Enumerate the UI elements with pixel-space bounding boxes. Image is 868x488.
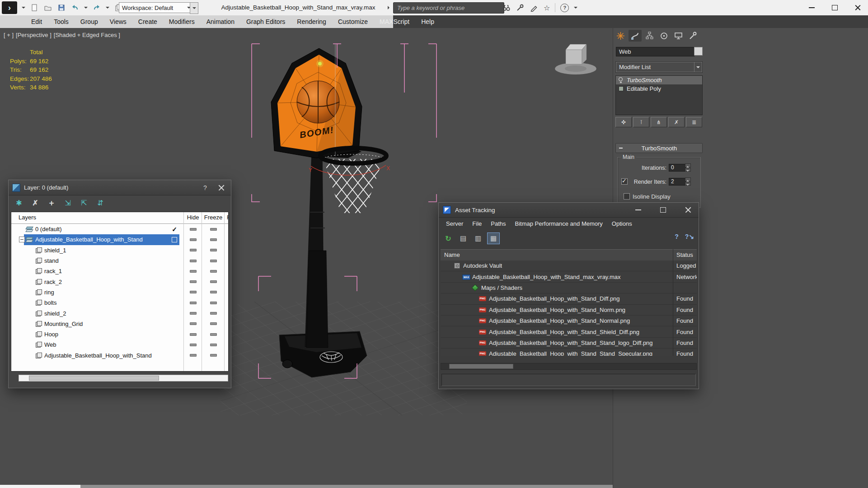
object-name-field[interactable]: Web xyxy=(616,47,694,56)
layer-row[interactable]: Hoop xyxy=(11,329,228,339)
asset-row[interactable]: Adjustable_Basketball_Hoop_with_Stand_Di… xyxy=(441,293,697,304)
layer-tool-icon[interactable] xyxy=(79,198,89,208)
asset-menu-item[interactable]: File xyxy=(468,220,486,227)
hide-toggle[interactable] xyxy=(184,322,202,325)
dialog-help-button[interactable]: ? xyxy=(200,184,210,191)
maximize-icon[interactable] xyxy=(660,207,666,213)
turbosmooth-rollout-header[interactable]: TurboSmooth xyxy=(615,143,703,153)
menu-item[interactable]: Customize xyxy=(332,15,374,28)
freeze-toggle[interactable] xyxy=(202,333,225,336)
list-view-icon[interactable]: ▤ xyxy=(457,233,469,244)
display-tab-icon[interactable] xyxy=(672,30,685,42)
hide-toggle[interactable] xyxy=(184,228,202,231)
workspace-menu-button[interactable] xyxy=(190,2,198,14)
detail-view-icon[interactable]: ▥ xyxy=(472,233,484,244)
freeze-toggle[interactable] xyxy=(202,344,225,346)
viewport-menu-general[interactable]: [ + ] xyxy=(4,32,14,38)
hide-toggle[interactable] xyxy=(184,333,202,336)
menu-item[interactable]: MAXScript xyxy=(374,15,415,28)
menu-item[interactable]: Modifiers xyxy=(163,15,201,28)
modifier-list-dropdown[interactable]: Modifier List xyxy=(616,62,702,72)
make-unique-icon[interactable]: ⋔ xyxy=(651,117,667,127)
menu-item[interactable]: Group xyxy=(75,15,104,28)
isoline-display-checkbox[interactable] xyxy=(624,193,630,200)
freeze-toggle[interactable] xyxy=(202,270,225,273)
redo-icon[interactable] xyxy=(92,3,101,12)
show-end-result-icon[interactable]: ⊺ xyxy=(633,117,649,127)
redo-caret-icon[interactable] xyxy=(106,7,109,10)
hide-toggle[interactable] xyxy=(184,238,202,241)
grid-view-icon[interactable]: ▦ xyxy=(487,232,500,244)
help-icon[interactable] xyxy=(560,4,569,12)
app-menu-caret-icon[interactable] xyxy=(22,7,25,10)
find-binoculars-icon[interactable] xyxy=(502,3,511,12)
menu-item[interactable]: Tools xyxy=(48,15,75,28)
asset-row[interactable]: Adjustable_Basketball_Hoop_with_Stand_No… xyxy=(441,305,697,316)
viewport-menu-shading[interactable]: [Shaded + Edged Faces ] xyxy=(54,32,120,38)
undo-icon[interactable] xyxy=(70,3,80,12)
dialog-close-icon[interactable] xyxy=(218,185,225,191)
hide-toggle[interactable] xyxy=(184,291,202,293)
modifier-state-icon[interactable] xyxy=(618,77,624,83)
layer-row[interactable]: ring xyxy=(11,287,228,297)
layer-tool-icon[interactable] xyxy=(14,198,24,208)
menu-item[interactable]: Animation xyxy=(201,15,240,28)
layers-column-header[interactable]: Layers xyxy=(19,214,36,221)
context-help-icon[interactable]: ?↘ xyxy=(685,233,694,240)
asset-menu-item[interactable]: Server xyxy=(441,220,468,227)
layer-row[interactable]: bolts xyxy=(11,297,228,308)
layer-dialog-titlebar[interactable]: Layer: 0 (default) ? xyxy=(9,180,231,195)
viewport-widget-cube[interactable] xyxy=(555,44,596,74)
render-iters-value-field[interactable]: 2 xyxy=(669,178,686,186)
freeze-toggle[interactable] xyxy=(202,228,225,231)
create-tab-icon[interactable] xyxy=(614,30,627,42)
name-column-header[interactable]: Name xyxy=(444,251,460,258)
freeze-toggle[interactable] xyxy=(202,291,225,293)
help-caret-icon[interactable] xyxy=(574,7,577,10)
menu-item[interactable]: Graph Editors xyxy=(240,15,291,28)
layer-tool-icon[interactable] xyxy=(30,198,40,208)
menu-item[interactable]: Views xyxy=(104,15,132,28)
remove-modifier-icon[interactable]: ✗ xyxy=(668,117,685,127)
new-scene-icon[interactable] xyxy=(30,3,39,12)
pin-stack-icon[interactable]: ✜ xyxy=(615,117,632,127)
hide-toggle[interactable] xyxy=(184,260,202,262)
asset-row[interactable]: Maps / Shaders xyxy=(441,283,697,293)
viewport-menu-pov[interactable]: [Perspective ] xyxy=(16,32,52,38)
status-column-header[interactable]: Status xyxy=(676,251,693,258)
hide-toggle[interactable] xyxy=(184,280,202,283)
help-icon[interactable]: ? xyxy=(675,233,679,240)
layer-row[interactable]: 0 (default) xyxy=(11,224,228,234)
asset-row[interactable]: Adjustable_Basketball_Hoop_with_Stand_ma… xyxy=(441,271,697,282)
menu-item[interactable]: Create xyxy=(132,15,163,28)
maximize-icon[interactable] xyxy=(832,5,838,10)
menu-item[interactable]: Edit xyxy=(25,15,48,28)
hierarchy-tab-icon[interactable] xyxy=(643,30,656,42)
layer-row[interactable]: Adjustable_Basketball_Hoop_with_Stand xyxy=(11,350,228,361)
close-icon[interactable] xyxy=(855,5,861,11)
max-logo-icon[interactable]: › xyxy=(2,1,17,14)
current-layer-mark[interactable] xyxy=(170,226,178,233)
layer-tool-icon[interactable] xyxy=(47,198,56,208)
motion-tab-icon[interactable] xyxy=(657,30,671,42)
layer-tool-icon[interactable] xyxy=(95,198,105,208)
freeze-toggle[interactable] xyxy=(202,260,225,262)
hide-column-header[interactable]: Hide xyxy=(184,214,202,221)
save-file-icon[interactable] xyxy=(57,3,66,12)
minimize-icon[interactable] xyxy=(635,209,641,210)
freeze-toggle[interactable] xyxy=(202,249,225,251)
pen-icon[interactable] xyxy=(530,3,539,12)
iterations-value-field[interactable]: 0 xyxy=(669,164,686,172)
minimize-icon[interactable] xyxy=(809,7,815,8)
modifier-state-icon[interactable] xyxy=(618,86,624,92)
expand-toggle-icon[interactable] xyxy=(19,237,25,242)
asset-menu-item[interactable]: Options xyxy=(607,220,637,227)
hide-toggle[interactable] xyxy=(184,270,202,273)
hide-toggle[interactable] xyxy=(184,344,202,346)
scrollbar-thumb[interactable] xyxy=(449,364,513,369)
refresh-icon[interactable]: ↻ xyxy=(442,233,454,244)
menu-item[interactable]: Rendering xyxy=(291,15,332,28)
freeze-toggle[interactable] xyxy=(202,302,225,304)
freeze-toggle[interactable] xyxy=(202,322,225,325)
object-color-swatch[interactable] xyxy=(694,47,703,56)
